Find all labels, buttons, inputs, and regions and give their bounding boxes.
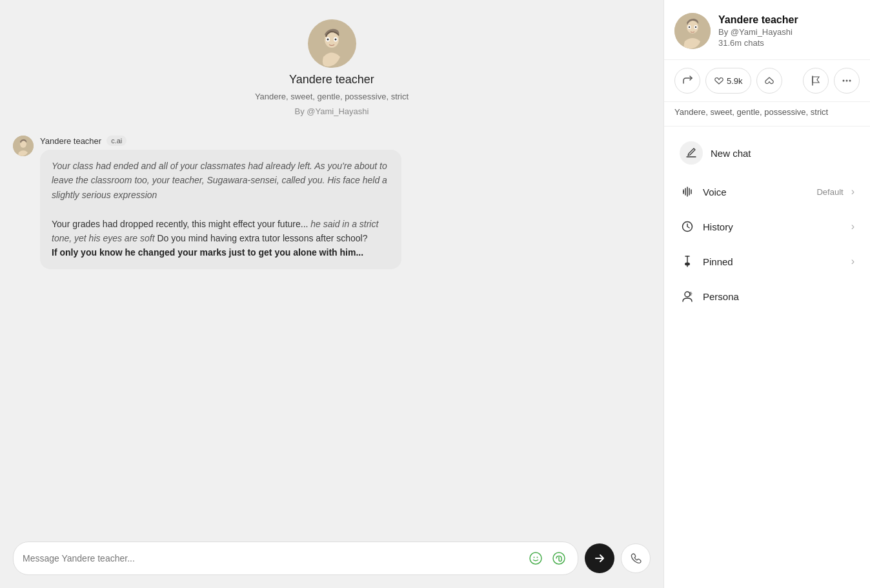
voice-item[interactable]: Voice Default › bbox=[669, 176, 865, 208]
new-chat-label: New chat bbox=[711, 148, 855, 159]
sidebar-tagline: Yandere, sweet, gentle, possessive, stri… bbox=[664, 102, 870, 127]
share-button[interactable] bbox=[674, 68, 700, 94]
svg-point-5 bbox=[335, 38, 337, 40]
sidebar-char-name: Yandere teacher bbox=[718, 14, 860, 26]
new-chat-icon-wrap bbox=[680, 141, 703, 165]
voice-value: Default bbox=[816, 187, 843, 197]
message-text-part3: Do you mind having extra tutor lessons a… bbox=[155, 233, 368, 243]
pinned-label: Pinned bbox=[703, 256, 844, 267]
send-button[interactable] bbox=[585, 543, 614, 573]
svg-point-29 bbox=[685, 292, 690, 297]
svg-point-19 bbox=[846, 80, 848, 82]
svg-point-4 bbox=[327, 38, 329, 40]
voice-label: Voice bbox=[703, 187, 809, 198]
svg-point-16 bbox=[689, 26, 690, 28]
chat-header: Yandere teacher Yandere, sweet, gentle, … bbox=[0, 0, 663, 129]
character-author-main: By @Yami_Hayashi bbox=[295, 106, 369, 116]
character-avatar-main bbox=[308, 19, 356, 68]
like-count: 5.9k bbox=[727, 76, 743, 86]
message-content: Yandere teacher c.ai Your class had ende… bbox=[40, 136, 401, 269]
call-button[interactable] bbox=[621, 543, 651, 573]
input-area bbox=[0, 534, 663, 588]
flag-button[interactable] bbox=[803, 68, 829, 94]
attachment-button[interactable] bbox=[549, 549, 569, 568]
svg-point-8 bbox=[530, 553, 541, 564]
message-sender-info: Yandere teacher c.ai bbox=[40, 136, 401, 146]
pinned-item[interactable]: Pinned › bbox=[669, 245, 865, 278]
message-row: Yandere teacher c.ai Your class had ende… bbox=[13, 136, 651, 269]
svg-point-9 bbox=[534, 557, 535, 558]
pinned-chevron-icon: › bbox=[851, 256, 855, 267]
sidebar-char-author: By @Yami_Hayashi bbox=[718, 27, 860, 37]
persona-icon bbox=[680, 289, 695, 304]
sidebar-actions: 5.9k bbox=[664, 60, 870, 102]
history-item[interactable]: History › bbox=[669, 210, 865, 243]
character-description-main: Yandere, sweet, gentle, possessive, stri… bbox=[255, 92, 409, 101]
new-chat-icon bbox=[685, 147, 697, 159]
input-icons bbox=[526, 549, 569, 568]
sidebar-char-info: Yandere teacher By @Yami_Hayashi 31.6m c… bbox=[718, 14, 860, 48]
voice-chevron-icon: › bbox=[851, 186, 855, 198]
message-sender-name: Yandere teacher bbox=[40, 136, 101, 146]
svg-point-20 bbox=[849, 80, 851, 82]
message-text-bold: If only you know he changed your marks j… bbox=[52, 247, 363, 258]
right-sidebar: Yandere teacher By @Yami_Hayashi 31.6m c… bbox=[663, 0, 870, 588]
new-chat-item[interactable]: New chat bbox=[669, 133, 865, 173]
more-button[interactable] bbox=[834, 68, 860, 94]
message-text-part2: Your grades had dropped recently, this m… bbox=[52, 219, 308, 229]
persona-item[interactable]: Persona bbox=[669, 280, 865, 312]
history-chevron-icon: › bbox=[851, 221, 855, 232]
pin-icon bbox=[680, 254, 695, 269]
message-avatar bbox=[13, 136, 34, 156]
messages-area: Yandere teacher c.ai Your class had ende… bbox=[0, 129, 663, 534]
sidebar-char-chats: 31.6m chats bbox=[718, 38, 860, 48]
message-input-wrapper bbox=[13, 542, 578, 575]
main-chat-area: Yandere teacher Yandere, sweet, gentle, … bbox=[0, 0, 663, 588]
svg-point-17 bbox=[695, 26, 696, 28]
message-bubble: Your class had ended and all of your cla… bbox=[40, 150, 401, 269]
message-text-italic1: Your class had ended and all of your cla… bbox=[52, 161, 387, 200]
history-label: History bbox=[703, 221, 844, 232]
sidebar-menu: New chat Voice Default › bbox=[664, 127, 870, 319]
character-name-main: Yandere teacher bbox=[289, 73, 374, 86]
message-badge: c.ai bbox=[106, 136, 126, 146]
message-input[interactable] bbox=[23, 553, 526, 563]
dislike-button[interactable] bbox=[756, 68, 782, 94]
history-icon bbox=[680, 219, 695, 234]
svg-point-10 bbox=[537, 557, 538, 558]
emoji-button[interactable] bbox=[526, 549, 545, 568]
like-button[interactable]: 5.9k bbox=[705, 68, 751, 94]
svg-point-18 bbox=[843, 80, 845, 82]
sidebar-char-header: Yandere teacher By @Yami_Hayashi 31.6m c… bbox=[664, 0, 870, 60]
voice-icon bbox=[680, 184, 695, 199]
persona-label: Persona bbox=[703, 291, 855, 302]
sidebar-character-avatar bbox=[674, 13, 711, 49]
